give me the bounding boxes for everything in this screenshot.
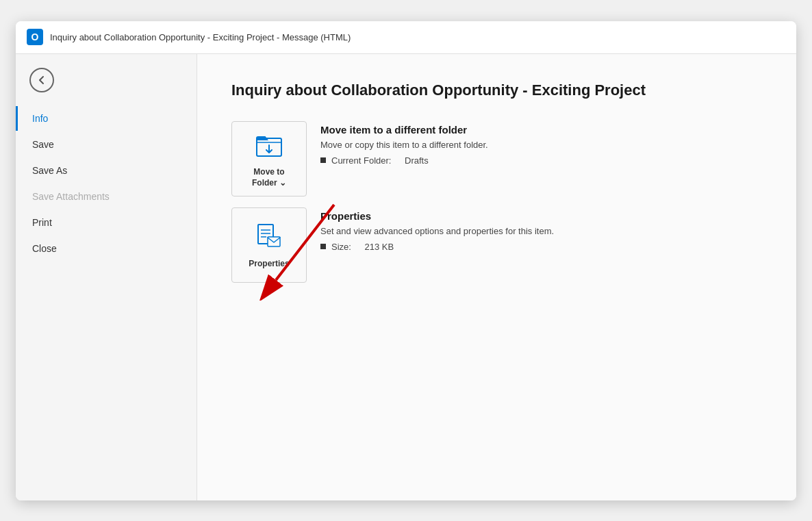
svg-rect-6	[268, 237, 280, 246]
move-to-folder-button[interactable]: Move to Folder ⌄	[231, 121, 307, 196]
content-area: Inquiry about Collaboration Opportunity …	[197, 54, 796, 500]
move-to-folder-label: Move to Folder ⌄	[252, 167, 286, 188]
move-to-folder-desc: Move or copy this item to a different fo…	[320, 140, 488, 150]
main-content: Info Save Save As Save Attachments Print…	[16, 54, 796, 500]
bullet-icon-2	[320, 244, 326, 249]
back-button[interactable]	[29, 68, 54, 92]
size-label: Size:	[331, 242, 351, 252]
bullet-icon	[320, 157, 326, 163]
move-to-folder-info: Move item to a different folder Move or …	[320, 121, 488, 166]
sidebar-item-save-as[interactable]: Save As	[16, 158, 196, 183]
current-folder-value: Drafts	[405, 155, 429, 166]
titlebar-text: Inquiry about Collaboration Opportunity …	[50, 32, 351, 42]
cards-container: Move to Folder ⌄ Move item to a differen…	[231, 121, 762, 283]
nav-items: Info Save Save As Save Attachments Print…	[16, 106, 196, 261]
sidebar-item-save[interactable]: Save	[16, 132, 196, 157]
sidebar: Info Save Save As Save Attachments Print…	[16, 54, 197, 500]
properties-info: Properties Set and view advanced options…	[320, 207, 554, 252]
page-title: Inquiry about Collaboration Opportunity …	[231, 81, 762, 99]
properties-title: Properties	[320, 210, 554, 222]
properties-label: Properties	[249, 259, 289, 270]
sidebar-item-save-attachments: Save Attachments	[16, 184, 196, 209]
sidebar-item-info[interactable]: Info	[16, 106, 196, 131]
sidebar-item-print[interactable]: Print	[16, 210, 196, 235]
size-value: 213 KB	[365, 242, 394, 252]
sidebar-item-close[interactable]: Close	[16, 236, 196, 261]
move-to-folder-title: Move item to a different folder	[320, 124, 488, 136]
current-folder-label: Current Folder:	[331, 155, 391, 166]
properties-detail: Size: 213 KB	[320, 242, 554, 252]
outlook-window: O Inquiry about Collaboration Opportunit…	[16, 21, 796, 500]
titlebar: O Inquiry about Collaboration Opportunit…	[16, 21, 796, 54]
properties-desc: Set and view advanced options and proper…	[320, 226, 554, 236]
properties-row: Properties Properties Set and view advan…	[231, 207, 762, 283]
move-to-folder-row: Move to Folder ⌄ Move item to a differen…	[231, 121, 762, 196]
properties-button[interactable]: Properties	[231, 207, 307, 283]
move-to-folder-detail: Current Folder: Drafts	[320, 155, 488, 166]
outlook-icon: O	[27, 29, 43, 45]
